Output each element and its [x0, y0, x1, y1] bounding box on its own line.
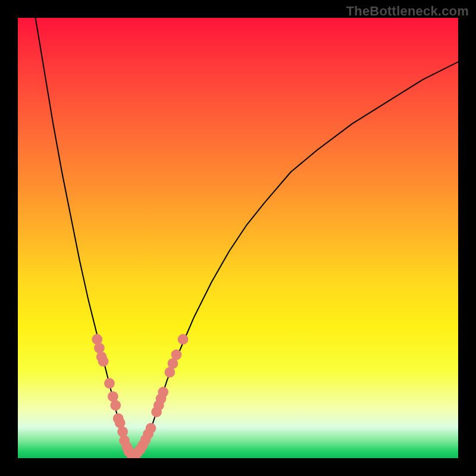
scatter-dot	[98, 356, 109, 367]
scatter-dot	[117, 427, 128, 437]
watermark-text: TheBottleneck.com	[346, 4, 469, 19]
chart-svg	[18, 18, 458, 458]
scatter-dot	[94, 343, 105, 353]
chart-plot-area	[18, 18, 458, 458]
scatter-dot	[158, 387, 168, 397]
chart-frame: TheBottleneck.com	[0, 0, 476, 476]
scatter-dot	[92, 334, 102, 345]
scatter-dot	[171, 349, 182, 360]
scatter-dot	[104, 378, 115, 389]
curve-line	[36, 18, 458, 458]
scatter-dot	[110, 400, 121, 411]
scatter-dot	[178, 334, 189, 345]
scatter-dot	[146, 423, 156, 434]
